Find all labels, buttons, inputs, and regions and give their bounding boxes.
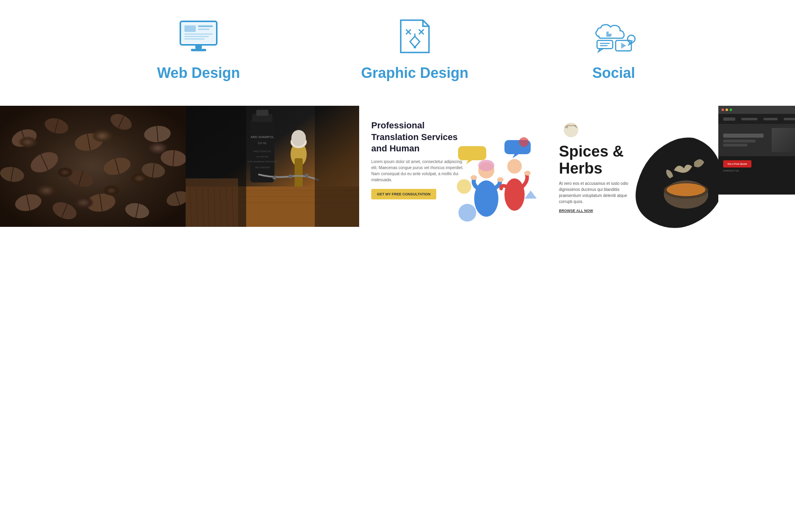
svg-line-49 [100, 194, 102, 212]
svg-point-125 [497, 177, 504, 182]
svg-point-24 [9, 126, 39, 150]
svg-point-42 [141, 161, 166, 179]
svg-text:IRECTIONS FO: IRECTIONS FO [254, 150, 271, 153]
svg-rect-5 [184, 34, 213, 35]
svg-line-53 [176, 192, 180, 205]
svg-point-126 [507, 159, 522, 174]
svg-rect-2 [184, 25, 196, 32]
web-design-icon [174, 16, 223, 57]
svg-point-26 [43, 116, 70, 136]
svg-point-30 [108, 111, 134, 133]
categories-section: Web Design Graphic Design [0, 0, 795, 106]
social-label: Social [592, 65, 635, 82]
svg-line-35 [11, 167, 13, 181]
svg-rect-23 [0, 106, 186, 227]
category-social[interactable]: Social [590, 16, 638, 82]
svg-rect-69 [295, 158, 303, 191]
svg-point-40 [102, 155, 132, 178]
svg-marker-20 [621, 43, 626, 49]
svg-point-141 [667, 183, 705, 196]
social-icon [590, 16, 638, 57]
svg-point-48 [85, 192, 116, 214]
portfolio-grid: ARD SHAMPOL 100 ML IRECTIONS FO unt into… [0, 106, 795, 231]
svg-text:OM CHESTER: OM CHESTER [255, 166, 270, 169]
svg-point-52 [165, 189, 186, 209]
svg-rect-87 [315, 106, 359, 227]
svg-point-136 [564, 123, 578, 137]
svg-point-72 [305, 174, 309, 178]
svg-rect-9 [191, 49, 206, 51]
svg-point-34 [0, 165, 25, 184]
svg-point-138 [574, 125, 576, 127]
svg-rect-7 [184, 38, 205, 40]
svg-line-39 [78, 171, 83, 186]
svg-line-25 [21, 130, 27, 146]
svg-point-50 [124, 201, 151, 220]
svg-line-43 [152, 163, 154, 178]
category-graphic-design[interactable]: Graphic Design [361, 16, 469, 82]
svg-rect-3 [198, 25, 213, 27]
svg-text:100 ML: 100 ML [257, 142, 267, 145]
svg-rect-6 [184, 36, 209, 37]
svg-rect-16 [597, 40, 613, 48]
svg-point-68 [291, 130, 306, 146]
spices-title: Spices &Herbs [559, 143, 640, 177]
category-web-design[interactable]: Web Design [157, 16, 240, 82]
svg-point-46 [50, 199, 79, 222]
translation-card[interactable]: Professional Translation Services and Hu… [359, 106, 545, 231]
svg-text:ARD SHAMPOL: ARD SHAMPOL [251, 135, 274, 139]
portfolio-row-3: Get a Free Quote CONTACT US [718, 106, 795, 195]
spices-body: At vero eos et accusamus et iusto odio d… [559, 180, 640, 205]
svg-rect-59 [256, 110, 268, 116]
svg-line-55 [173, 150, 174, 166]
svg-point-129 [524, 171, 531, 176]
svg-rect-8 [195, 45, 202, 49]
svg-point-36 [27, 148, 61, 176]
svg-point-127 [504, 178, 525, 211]
spices-card[interactable]: Spices &Herbs At vero eos et accusamus e… [545, 106, 718, 231]
svg-rect-86 [186, 106, 246, 227]
svg-point-32 [143, 125, 171, 143]
svg-point-135 [458, 204, 476, 222]
svg-rect-4 [198, 29, 209, 30]
svg-point-137 [566, 126, 568, 128]
svg-line-47 [62, 203, 67, 218]
svg-point-123 [478, 160, 494, 171]
graphic-design-icon [391, 16, 439, 57]
svg-line-33 [157, 126, 158, 142]
svg-marker-134 [525, 191, 537, 199]
svg-text:e oil, tocopherol (Vitamin E): e oil, tocopherol (Vitamin E) [247, 160, 277, 163]
coffee-image[interactable] [0, 106, 186, 227]
svg-line-27 [54, 119, 58, 133]
portfolio-row-1: ARD SHAMPOL 100 ML IRECTIONS FO unt into… [0, 106, 359, 227]
svg-point-133 [519, 137, 529, 147]
translation-title: Professional Translation Services and Hu… [371, 120, 468, 155]
svg-line-37 [41, 154, 48, 170]
svg-line-51 [136, 203, 138, 218]
svg-point-28 [73, 131, 104, 153]
svg-point-54 [160, 149, 186, 167]
svg-point-38 [66, 167, 96, 190]
svg-text:unt into the: unt into the [256, 155, 268, 158]
svg-line-31 [118, 116, 124, 128]
svg-point-44 [14, 192, 43, 214]
svg-line-29 [87, 134, 90, 150]
translation-body: Lorem ipsum dolor sit amet, consectetur … [371, 159, 468, 183]
portfolio-row-2: Professional Translation Services and Hu… [359, 106, 718, 231]
svg-line-45 [27, 195, 30, 210]
graphic-design-label: Graphic Design [361, 65, 469, 82]
grooming-image[interactable]: ARD SHAMPOL 100 ML IRECTIONS FO unt into… [186, 106, 359, 227]
svg-point-124 [471, 175, 477, 180]
svg-line-41 [115, 159, 119, 174]
svg-point-70 [272, 176, 276, 180]
spices-browse-link[interactable]: BROWSE ALL NOW [559, 209, 640, 213]
web-design-label: Web Design [157, 65, 240, 82]
svg-point-15 [414, 46, 416, 48]
svg-point-71 [289, 174, 293, 178]
translation-cta-button[interactable]: GET MY FREE CONSULTATION [371, 189, 436, 199]
website-mockup[interactable]: Get a Free Quote CONTACT US [718, 106, 795, 195]
